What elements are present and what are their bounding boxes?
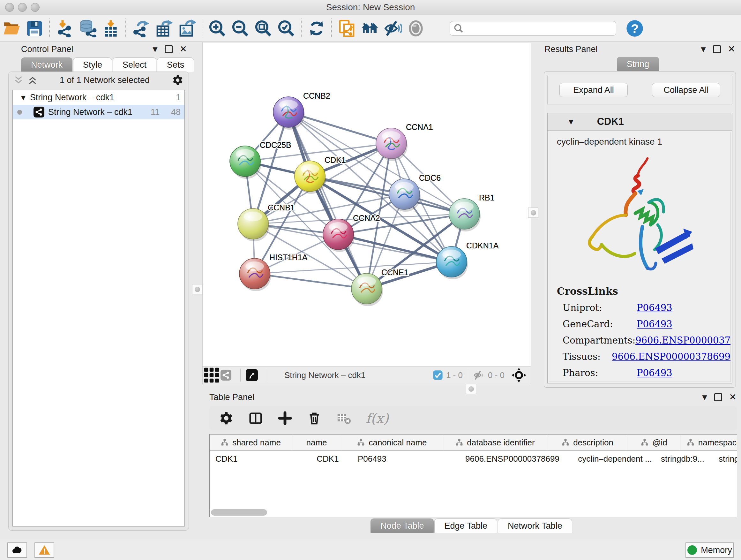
collapse-all-networks-icon[interactable] xyxy=(28,75,37,85)
left-splitter-handle[interactable] xyxy=(192,284,202,294)
warnings-button[interactable] xyxy=(35,543,54,558)
table-toolbar: f(x) xyxy=(209,406,737,430)
zoom-fit-icon[interactable] xyxy=(252,18,275,39)
birds-eye-crosshair-icon[interactable] xyxy=(512,368,526,382)
close-panel-icon[interactable]: ✕ xyxy=(729,393,737,401)
crosslink-row: Compartments:9606.ENSP00000378699 xyxy=(557,335,731,346)
collapse-panel-icon[interactable]: ▼ xyxy=(701,45,705,53)
tab-network-table[interactable]: Network Table xyxy=(498,518,572,533)
function-builder-icon[interactable]: f(x) xyxy=(366,411,389,426)
crosslink-label: GeneCard: xyxy=(562,319,636,329)
tree-expand-caret-icon[interactable]: ▼ xyxy=(21,94,25,101)
float-panel-icon[interactable] xyxy=(714,393,722,401)
horizontal-scrollbar-thumb[interactable] xyxy=(211,509,267,516)
network-label: String Network – cdk1 xyxy=(48,107,132,117)
hide-selected-icon[interactable] xyxy=(381,18,404,39)
export-table-icon[interactable] xyxy=(152,18,176,39)
crosslink-link[interactable]: P06493 xyxy=(636,302,672,313)
crosslink-label: Tissues: xyxy=(562,351,612,362)
column-header-database-identifier[interactable]: database identifier xyxy=(443,435,547,450)
import-table-file-icon[interactable] xyxy=(99,18,122,39)
hidden-eye-slash-icon[interactable] xyxy=(473,369,485,381)
collapse-all-button[interactable]: Collapse All xyxy=(652,83,720,97)
show-columns-icon[interactable] xyxy=(248,411,263,426)
protein-section-header[interactable]: ▼ CDK1 xyxy=(548,113,732,131)
section-collapse-caret-icon[interactable]: ▼ xyxy=(569,118,574,125)
network-row-selected[interactable]: String Network – cdk1 11 48 xyxy=(13,105,185,119)
table-row[interactable]: CDK1CDK1P064939606.ENSP00000378699cyclin… xyxy=(210,451,737,467)
crosslink-link[interactable]: P06493 xyxy=(636,319,672,329)
collapse-panel-icon[interactable]: ▼ xyxy=(152,45,157,53)
crosslink-link[interactable]: 9606.ENSP00000378699 xyxy=(612,351,731,362)
column-header-name[interactable]: name xyxy=(292,435,341,450)
open-session-icon[interactable] xyxy=(0,18,23,39)
table-cell: 9606.ENSP00000378699 xyxy=(460,451,569,467)
export-image-icon[interactable] xyxy=(176,18,199,39)
crosslink-label: Compartments: xyxy=(562,335,635,346)
toolbar-separator xyxy=(240,369,241,381)
svg-text:CCNE1: CCNE1 xyxy=(381,268,408,277)
network-edge[interactable] xyxy=(255,273,367,289)
zoom-in-icon[interactable] xyxy=(206,18,229,39)
column-header-canonical-name[interactable]: canonical name xyxy=(341,435,443,450)
show-all-icon[interactable] xyxy=(404,18,427,39)
toolbar-separator xyxy=(468,369,468,381)
export-network-icon[interactable] xyxy=(130,18,152,39)
tab-node-table[interactable]: Node Table xyxy=(370,518,434,533)
svg-text:CDC6: CDC6 xyxy=(419,173,441,182)
zoom-out-icon[interactable] xyxy=(229,18,252,39)
network-options-gear-icon[interactable] xyxy=(172,74,184,86)
delete-table-icon[interactable] xyxy=(336,411,351,426)
network-node[interactable]: CCNA1CCNA1 xyxy=(376,123,433,161)
save-session-icon[interactable] xyxy=(23,18,46,39)
tab-sets[interactable]: Sets xyxy=(157,57,194,72)
expand-all-networks-icon[interactable] xyxy=(14,75,23,85)
memory-button[interactable]: Memory xyxy=(685,543,734,558)
network-graph[interactable]: CCNB2CCNB2CCNA1CCNA1CDC25BCDC25BCDK1CDK1… xyxy=(203,43,531,366)
column-header--id[interactable]: @id xyxy=(628,435,680,450)
network-view-mode-icon[interactable] xyxy=(220,370,231,381)
search-input[interactable] xyxy=(463,23,612,34)
network-node[interactable]: CDKN1ACDKN1A xyxy=(436,241,499,279)
import-network-database-icon[interactable] xyxy=(76,18,99,39)
network-collection-row[interactable]: ▼ String Network – cdk1 1 xyxy=(13,90,185,105)
expand-all-button[interactable]: Expand All xyxy=(559,83,628,97)
tab-select[interactable]: Select xyxy=(113,57,156,72)
cloud-icon xyxy=(11,544,23,556)
collection-label: String Network – cdk1 xyxy=(30,92,114,103)
table-panel: Table Panel ▼ ✕ f(x) shared namenamecano… xyxy=(202,391,741,535)
results-panel: Results Panel ▼ ✕ String Expand All Coll… xyxy=(536,43,741,389)
float-panel-icon[interactable] xyxy=(713,45,721,53)
tab-edge-table[interactable]: Edge Table xyxy=(434,518,497,533)
help-icon[interactable]: ? xyxy=(623,18,646,39)
crosslink-link[interactable]: 9606.ENSP00000378699 xyxy=(635,335,731,346)
network-view-canvas[interactable]: CCNB2CCNB2CCNA1CCNA1CDC25BCDC25BCDK1CDK1… xyxy=(202,42,531,367)
clone-network-icon[interactable] xyxy=(335,18,358,39)
table-options-gear-icon[interactable] xyxy=(219,411,233,426)
tab-network[interactable]: Network xyxy=(21,57,72,72)
collapse-panel-icon[interactable]: ▼ xyxy=(702,393,707,401)
first-neighbors-icon[interactable] xyxy=(358,18,381,39)
detach-view-icon[interactable] xyxy=(246,369,258,381)
network-node[interactable]: RB1RB1 xyxy=(449,193,495,232)
cloud-button[interactable] xyxy=(7,543,27,558)
toolbar-separator xyxy=(49,18,50,38)
search-field[interactable] xyxy=(450,21,616,36)
column-header-description[interactable]: description xyxy=(547,435,628,450)
import-network-file-icon[interactable] xyxy=(53,18,76,39)
grid-view-icon[interactable] xyxy=(203,365,220,385)
float-panel-icon[interactable] xyxy=(165,45,173,53)
close-panel-icon[interactable]: ✕ xyxy=(728,45,735,54)
delete-column-icon[interactable] xyxy=(307,411,322,426)
crosslink-link[interactable]: P06493 xyxy=(636,368,672,378)
column-header-namespace[interactable]: namespace xyxy=(680,435,737,450)
refresh-view-icon[interactable] xyxy=(305,18,328,39)
tab-string[interactable]: String xyxy=(617,57,659,71)
zoom-selected-icon[interactable] xyxy=(275,18,298,39)
tab-style[interactable]: Style xyxy=(73,57,112,72)
network-edge[interactable] xyxy=(288,112,367,289)
column-header-shared-name[interactable]: shared name xyxy=(210,435,292,450)
close-panel-icon[interactable]: ✕ xyxy=(180,45,187,54)
add-column-icon[interactable] xyxy=(278,411,292,426)
selected-checkbox-icon[interactable] xyxy=(433,370,443,380)
